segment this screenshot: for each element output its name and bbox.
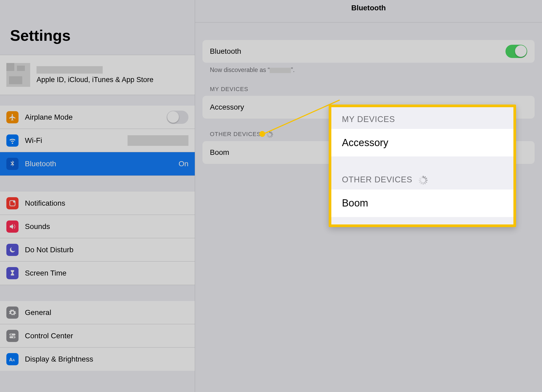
bluetooth-toggle-cell[interactable]: Bluetooth (202, 40, 535, 63)
svg-text:A: A (9, 357, 13, 362)
screentime-row[interactable]: Screen Time (0, 262, 195, 285)
other-device-name: Boom (210, 148, 229, 157)
callout-connector-dot (259, 131, 265, 137)
apple-id-row[interactable]: Apple ID, iCloud, iTunes & App Store (0, 55, 195, 95)
sounds-label: Sounds (25, 222, 188, 231)
control-center-row[interactable]: Control Center (0, 324, 195, 348)
dnd-label: Do Not Disturb (25, 246, 188, 254)
account-subtitle: Apple ID, iCloud, iTunes & App Store (37, 76, 153, 84)
moon-icon (6, 244, 19, 256)
wifi-value-redacted (128, 135, 188, 146)
sounds-icon (6, 220, 19, 233)
bluetooth-toggle[interactable] (505, 45, 527, 58)
my-device-name: Accessory (210, 103, 244, 111)
sounds-row[interactable]: Sounds (0, 215, 195, 238)
wifi-icon (6, 134, 19, 147)
bluetooth-row[interactable]: Bluetooth On (0, 152, 195, 175)
svg-point-1 (13, 201, 15, 203)
notifications-row[interactable]: Notifications (0, 192, 195, 215)
airplane-icon (6, 111, 19, 123)
callout-my-device-name: Accessory (342, 137, 388, 148)
svg-rect-3 (10, 336, 16, 338)
wifi-row[interactable]: Wi-Fi (0, 129, 195, 152)
spinner-icon (419, 176, 428, 185)
callout-other-device-row[interactable]: Boom (331, 190, 513, 217)
text-size-icon: AA (6, 353, 19, 365)
bluetooth-label: Bluetooth (25, 160, 179, 168)
svg-point-5 (13, 336, 15, 338)
bluetooth-icon (6, 158, 19, 170)
callout-other-device-name: Boom (342, 197, 368, 209)
discoverable-caption: Now discoverable as “”. (202, 63, 535, 74)
notifications-icon (6, 197, 19, 209)
detail-title: Bluetooth (351, 0, 386, 12)
general-row[interactable]: General (0, 301, 195, 324)
avatar (6, 63, 30, 87)
screentime-label: Screen Time (25, 269, 188, 277)
dnd-row[interactable]: Do Not Disturb (0, 238, 195, 262)
control-center-label: Control Center (25, 332, 188, 340)
airplane-mode-toggle[interactable] (167, 111, 188, 124)
callout-other-devices-header: OTHER DEVICES (331, 156, 513, 190)
display-label: Display & Brightness (25, 355, 188, 363)
display-row[interactable]: AA Display & Brightness (0, 348, 195, 371)
bluetooth-value: On (179, 160, 188, 168)
callout-my-devices-header: MY DEVICES (331, 107, 513, 129)
airplane-mode-label: Airplane Mode (25, 113, 167, 121)
hourglass-icon (6, 267, 19, 279)
account-name-redacted (37, 66, 103, 74)
toggles-icon (6, 330, 19, 342)
notifications-label: Notifications (25, 199, 188, 208)
airplane-mode-row[interactable]: Airplane Mode (0, 106, 195, 129)
callout-my-device-row[interactable]: Accessory (331, 129, 513, 156)
callout-panel: MY DEVICES Accessory OTHER DEVICES Boom (329, 105, 516, 227)
wifi-label: Wi-Fi (25, 136, 128, 145)
detail-header: Bluetooth (195, 0, 542, 22)
gear-icon (6, 307, 19, 319)
bluetooth-toggle-label: Bluetooth (210, 47, 505, 56)
svg-point-4 (11, 334, 12, 335)
svg-text:A: A (12, 358, 15, 362)
general-label: General (25, 308, 188, 317)
svg-rect-2 (10, 334, 16, 336)
settings-title: Settings (0, 0, 195, 55)
my-devices-header: MY DEVICES (202, 74, 535, 96)
